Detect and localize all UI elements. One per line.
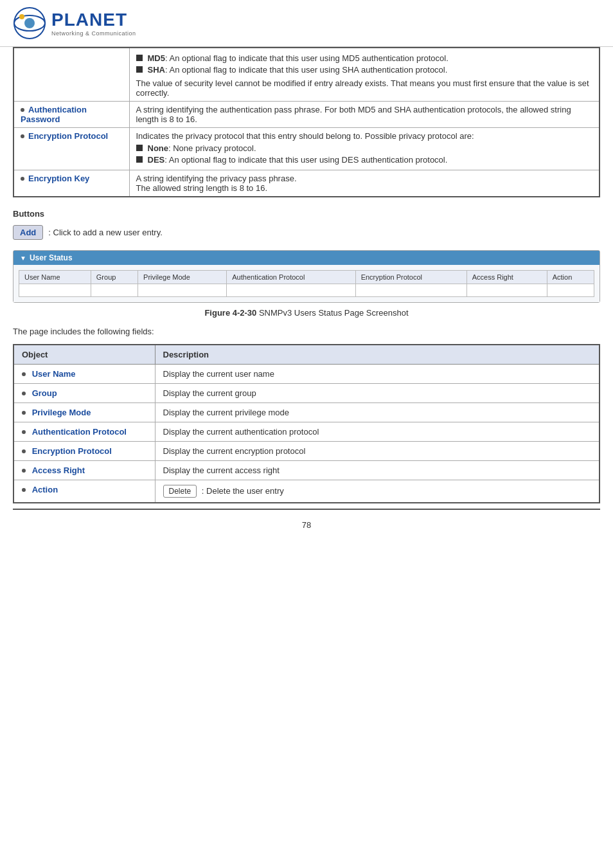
- enc-proto-bullet-des: DES: An optional flag to indicate that t…: [136, 155, 593, 165]
- bullet-dot-icon: [22, 411, 26, 415]
- empty-cell: [547, 284, 594, 297]
- desc-desc-action: Delete : Delete the user entry: [155, 480, 600, 503]
- bullet-dot-icon: [22, 392, 26, 395]
- desc-obj-username: User Name: [13, 365, 155, 384]
- desc-obj-action: Action: [13, 480, 155, 503]
- content-cell-3: Indicates the privacy protocol that this…: [129, 128, 600, 170]
- svg-point-2: [24, 18, 35, 28]
- access-right-desc-text: Display the current access right: [163, 466, 280, 475]
- add-button-row: Add : Click to add a new user entry.: [13, 225, 600, 240]
- figure-caption: Figure 4-2-30 SNMPv3 Users Status Page S…: [13, 308, 600, 318]
- panel-arrow-icon: ▼: [20, 255, 26, 262]
- panel-table-container: User Name Group Privilege Mode Authentic…: [13, 265, 600, 302]
- desc-row-enc-proto: Encryption Protocol Display the current …: [13, 442, 600, 461]
- table-row: MD5: An optional flag to indicate that t…: [13, 48, 600, 102]
- desc-row-auth-proto: Authentication Protocol Display the curr…: [13, 422, 600, 442]
- logo-brand: PLANET: [51, 10, 127, 30]
- desc-desc-enc-proto: Display the current encryption protocol: [155, 442, 600, 461]
- table-row: Encryption Protocol Indicates the privac…: [13, 128, 600, 170]
- col-enc-proto: Encryption Protocol: [355, 271, 466, 284]
- col-action: Action: [547, 271, 594, 284]
- content-cell-1: MD5: An optional flag to indicate that t…: [129, 48, 600, 102]
- bullet-dot-icon: [22, 449, 26, 453]
- panel-header: ▼ User Status: [13, 251, 600, 265]
- empty-cell: [91, 284, 138, 297]
- content-cell-2: A string identifying the authentication …: [129, 102, 600, 128]
- table-row: Authentication Password A string identif…: [13, 102, 600, 128]
- content-cell-4: A string identifying the privacy pass ph…: [129, 170, 600, 197]
- bullet-md5: MD5: An optional flag to indicate that t…: [136, 53, 593, 63]
- desc-desc-group: Display the current group: [155, 384, 600, 403]
- empty-cell: [466, 284, 547, 297]
- md5-text: MD5: An optional flag to indicate that t…: [148, 53, 449, 63]
- panel-title: User Status: [30, 253, 73, 262]
- privilege-desc-text: Display the current privilege mode: [163, 408, 290, 417]
- group-desc-text: Display the current group: [163, 388, 256, 398]
- col-group: Group: [91, 271, 138, 284]
- bullet-sq-icon: [136, 55, 143, 61]
- add-button[interactable]: Add: [13, 225, 43, 240]
- page-container: PLANET Networking & Communication MD5: A…: [0, 0, 613, 530]
- bottom-border: [13, 509, 600, 510]
- desc-desc-privilege: Display the current privilege mode: [155, 403, 600, 422]
- add-button-desc: : Click to add a new user entry.: [48, 228, 163, 237]
- enc-proto-bullet-none: None: None privacy protocol.: [136, 143, 593, 153]
- empty-cell: [19, 284, 91, 297]
- desc-col-object: Object: [13, 345, 155, 365]
- enc-protocol-full-intro: Indicates the privacy protocol that this…: [136, 131, 593, 141]
- enc-key-label: Encryption Key: [28, 174, 89, 183]
- desc-row-action: Action Delete : Delete the user entry: [13, 480, 600, 503]
- header: PLANET Networking & Communication: [0, 0, 613, 47]
- username-obj-label: User Name: [32, 369, 76, 379]
- bullet-dot-icon: [22, 469, 26, 473]
- buttons-title: Buttons: [13, 209, 600, 219]
- username-desc-text: Display the current user name: [163, 369, 274, 379]
- figure-number: Figure 4-2-30: [204, 308, 256, 318]
- enc-key-line2: The allowed string length is 8 to 16.: [136, 183, 593, 193]
- bullet-sq-icon: [136, 145, 143, 151]
- status-table: User Name Group Privilege Mode Authentic…: [19, 270, 594, 297]
- label-cell-1: [13, 48, 129, 102]
- desc-desc-username: Display the current user name: [155, 365, 600, 384]
- desc-obj-access-right: Access Right: [13, 461, 155, 480]
- bullet-dot-icon: [21, 134, 24, 138]
- table-row-empty: [19, 284, 594, 297]
- desc-row-group: Group Display the current group: [13, 384, 600, 403]
- enc-proto-obj-label: Encryption Protocol: [32, 446, 112, 456]
- group-obj-label: Group: [32, 388, 57, 398]
- auth-proto-desc-text: Display the current authentication proto…: [163, 427, 319, 437]
- enc-key-line1: A string identifying the privacy pass ph…: [136, 174, 593, 183]
- none-text: None: None privacy protocol.: [148, 143, 256, 153]
- empty-cell: [227, 284, 355, 297]
- desc-desc-auth-proto: Display the current authentication proto…: [155, 422, 600, 442]
- desc-table: Object Description User Name Display the…: [13, 344, 600, 503]
- col-auth-proto: Authentication Protocol: [227, 271, 355, 284]
- desc-desc-access-right: Display the current access right: [155, 461, 600, 480]
- label-cell-2: Authentication Password: [13, 102, 129, 128]
- label-cell-3: Encryption Protocol: [13, 128, 129, 170]
- desc-row-privilege: Privilege Mode Display the current privi…: [13, 403, 600, 422]
- enc-proto-desc-text: Display the current encryption protocol: [163, 446, 306, 456]
- sha-text: SHA: An optional flag to indicate that t…: [148, 65, 448, 75]
- delete-button[interactable]: Delete: [163, 485, 197, 498]
- empty-cell: [355, 284, 466, 297]
- empty-cell: [138, 284, 227, 297]
- auth-proto-obj-label: Authentication Protocol: [32, 427, 127, 437]
- status-table-header-row: User Name Group Privilege Mode Authentic…: [19, 271, 594, 284]
- logo-container: PLANET Networking & Communication: [13, 6, 136, 40]
- auth-password-desc: A string identifying the authentication …: [136, 105, 571, 124]
- bullet-sq-icon: [136, 156, 143, 163]
- action-obj-label: Action: [32, 485, 58, 494]
- desc-obj-group: Group: [13, 384, 155, 403]
- page-number: 78: [0, 520, 613, 530]
- info-table: MD5: An optional flag to indicate that t…: [13, 47, 600, 197]
- col-access-right: Access Right: [466, 271, 547, 284]
- bullet-dot-icon: [22, 430, 26, 434]
- enc-protocol-label: Encryption Protocol: [28, 131, 108, 141]
- auth-password-label: Authentication Password: [21, 105, 87, 124]
- col-username: User Name: [19, 271, 91, 284]
- des-text: DES: An optional flag to indicate that t…: [148, 155, 448, 165]
- logo-sub: Networking & Communication: [51, 30, 136, 37]
- bullet-dot-icon: [22, 488, 26, 492]
- desc-intro: The page includes the following fields:: [13, 327, 600, 336]
